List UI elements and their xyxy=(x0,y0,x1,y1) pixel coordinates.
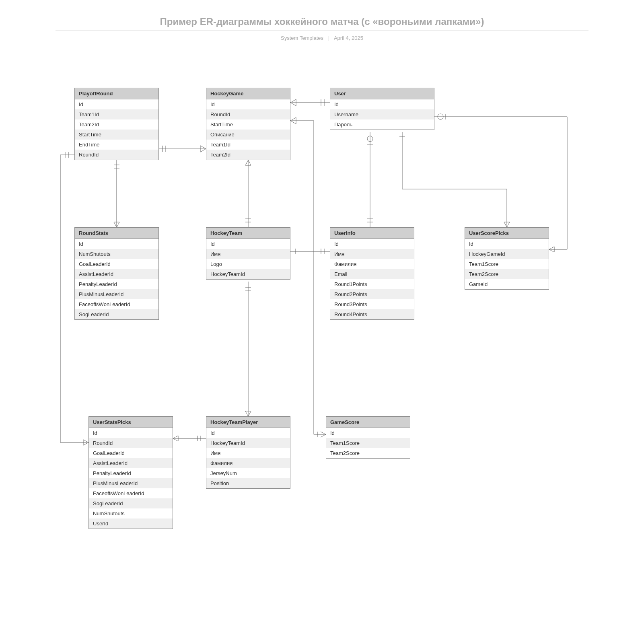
entity-field: Id xyxy=(326,428,410,438)
entity-field: RoundId xyxy=(89,438,173,448)
entity-field: PlusMinusLeaderId xyxy=(75,289,158,299)
entity-header: HockeyGame xyxy=(206,88,290,99)
entity-userinfo: UserInfoIdИмяФамилияEmailRound1PointsRou… xyxy=(330,227,414,320)
entity-field: RoundId xyxy=(206,109,290,119)
entity-field: Team1Id xyxy=(206,140,290,150)
entity-field: StartTime xyxy=(206,119,290,130)
entity-field: RoundId xyxy=(75,150,158,160)
entity-field: NumShutouts xyxy=(89,508,173,518)
entity-field: GoalLeaderId xyxy=(75,259,158,269)
entity-field: Username xyxy=(330,109,434,119)
entity-field: Id xyxy=(206,239,290,249)
entity-field: GameId xyxy=(465,279,549,289)
entity-field: FaceoffsWonLeaderId xyxy=(89,488,173,498)
entity-playoffround: PlayoffRoundIdTeam1IdTeam2IdStartTimeEnd… xyxy=(74,88,159,160)
entity-userstatspicks: UserStatsPicksIdRoundIdGoalLeaderIdAssis… xyxy=(88,416,173,529)
entity-field: Описание xyxy=(206,130,290,140)
entity-field: Round2Points xyxy=(330,289,414,299)
entity-field: GoalLeaderId xyxy=(89,448,173,458)
entity-field: Team2Id xyxy=(75,119,158,130)
entity-field: PenaltyLeaderId xyxy=(75,279,158,289)
entity-field: Round3Points xyxy=(330,299,414,309)
entity-header: RoundStats xyxy=(75,228,158,239)
entity-field: Team2Score xyxy=(326,448,410,458)
entity-field: PenaltyLeaderId xyxy=(89,468,173,478)
entity-field: Id xyxy=(330,239,414,249)
entity-field: FaceoffsWonLeaderId xyxy=(75,299,158,309)
entity-field: AssistLeaderId xyxy=(89,458,173,468)
entity-field: Фамилия xyxy=(206,458,290,468)
entity-field: Position xyxy=(206,478,290,488)
entity-field: StartTime xyxy=(75,130,158,140)
entity-gamescore: GameScoreIdTeam1ScoreTeam2Score xyxy=(326,416,410,459)
entity-field: Id xyxy=(75,239,158,249)
entity-hockeyteam: HockeyTeamIdИмяLogoHockeyTeamId xyxy=(206,227,290,280)
entity-field: Имя xyxy=(330,249,414,259)
entity-field: Team2Id xyxy=(206,150,290,160)
entity-field: Team1Score xyxy=(326,438,410,448)
entity-field: HockeyGameId xyxy=(465,249,549,259)
entity-field: Team1Score xyxy=(465,259,549,269)
entity-field: HockeyTeamId xyxy=(206,269,290,279)
entity-header: UserScorePicks xyxy=(465,228,549,239)
entity-field: Id xyxy=(75,99,158,109)
entity-field: Team2Score xyxy=(465,269,549,279)
entity-field: PlusMinusLeaderId xyxy=(89,478,173,488)
entity-field: Round1Points xyxy=(330,279,414,289)
entity-header: PlayoffRound xyxy=(75,88,158,99)
entity-field: Id xyxy=(465,239,549,249)
entity-field: AssistLeaderId xyxy=(75,269,158,279)
entity-field: SogLeaderId xyxy=(75,309,158,319)
entity-userscorepicks: UserScorePicksIdHockeyGameIdTeam1ScoreTe… xyxy=(465,227,549,290)
entity-header: UserInfo xyxy=(330,228,414,239)
entity-field: Id xyxy=(330,99,434,109)
entity-field: UserId xyxy=(89,518,173,529)
entity-field: Имя xyxy=(206,448,290,458)
entity-header: HockeyTeamPlayer xyxy=(206,417,290,428)
entity-hockeyteamplayer: HockeyTeamPlayerIdHockeyTeamIdИмяФамилия… xyxy=(206,416,290,489)
entity-field: Id xyxy=(206,428,290,438)
entity-hockeygame: HockeyGameIdRoundIdStartTimeОписаниеTeam… xyxy=(206,88,290,160)
entity-field: EndTime xyxy=(75,140,158,150)
entity-field: Round4Points xyxy=(330,309,414,319)
entity-field: Logo xyxy=(206,259,290,269)
entity-header: User xyxy=(330,88,434,99)
entity-header: HockeyTeam xyxy=(206,228,290,239)
entity-field: Фамилия xyxy=(330,259,414,269)
entity-field: Email xyxy=(330,269,414,279)
entity-field: JerseyNum xyxy=(206,468,290,478)
entity-field: Имя xyxy=(206,249,290,259)
entity-field: Id xyxy=(206,99,290,109)
entity-field: Пароль xyxy=(330,119,434,130)
entity-header: GameScore xyxy=(326,417,410,428)
entity-field: Id xyxy=(89,428,173,438)
entity-field: Team1Id xyxy=(75,109,158,119)
entity-field: SogLeaderId xyxy=(89,498,173,508)
entity-header: UserStatsPicks xyxy=(89,417,173,428)
entity-user: UserIdUsernameПароль xyxy=(330,88,434,130)
entity-field: HockeyTeamId xyxy=(206,438,290,448)
entity-roundstats: RoundStatsIdNumShutoutsGoalLeaderIdAssis… xyxy=(74,227,159,320)
entity-field: NumShutouts xyxy=(75,249,158,259)
